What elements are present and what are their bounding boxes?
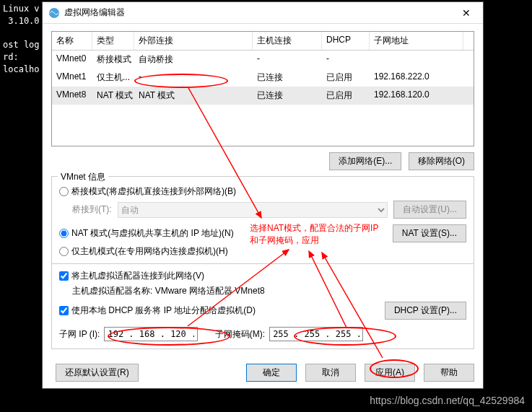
cell-host: 已连接 [253,88,322,103]
subnet-mask-input[interactable] [269,327,363,341]
connect-host-adapter-checkbox[interactable] [59,271,69,281]
cell-name: VMnet1 [52,70,92,85]
th-dhcp[interactable]: DHCP [322,32,370,50]
titlebar: 虚拟网络编辑器 ✕ [43,2,483,24]
bridge-to-label: 桥接到(T): [72,203,112,216]
table-row[interactable]: VMnet8NAT 模式NAT 模式已连接已启用192.168.120.0 [52,87,474,105]
th-name[interactable]: 名称 [52,32,92,50]
dialog-content: 名称 类型 外部连接 主机连接 DHCP 子网地址 VMnet0桥接模式自动桥接… [43,24,483,356]
cell-host: 已连接 [253,70,322,85]
connect-host-adapter-label: 将主机虚拟适配器连接到此网络(V) [71,270,204,282]
fieldset-legend: VMnet 信息 [58,171,108,183]
bridge-to-row: 桥接到(T): 自动 自动设置(U)... [72,201,466,219]
cancel-button[interactable]: 取消 [305,364,356,382]
cell-dhcp: 已启用 [322,88,370,103]
apply-button[interactable]: 应用(A) [365,364,415,382]
cell-ext: NAT 模式 [134,88,253,103]
use-dhcp-label: 使用本地 DHCP 服务将 IP 地址分配给虚拟机(D) [71,304,256,317]
subnet-row: 子网 IP (I): 子网掩码(M): [59,327,466,341]
bridge-mode-radio[interactable] [59,187,69,196]
app-icon [48,7,60,19]
connect-host-adapter-row[interactable]: 将主机虚拟适配器连接到此网络(V) [59,270,466,282]
hostonly-mode-radio[interactable] [59,247,69,256]
th-ext[interactable]: 外部连接 [134,32,253,50]
table-row[interactable]: VMnet0桥接模式自动桥接-- [52,51,474,69]
th-subnet[interactable]: 子网地址 [370,32,463,50]
cell-subnet [370,52,463,67]
cell-ext: 自动桥接 [134,52,253,67]
cell-type: 桥接模式 [92,52,134,67]
th-host[interactable]: 主机连接 [253,32,322,50]
restore-defaults-button[interactable]: 还原默认设置(R) [56,364,139,382]
nat-settings-button[interactable]: NAT 设置(S)... [393,224,466,242]
add-network-button[interactable]: 添加网络(E)... [329,152,401,170]
nat-mode-radio[interactable] [59,229,69,238]
dhcp-settings-button[interactable]: DHCP 设置(P)... [385,302,466,320]
use-dhcp-checkbox[interactable] [59,306,69,315]
separator [52,263,474,264]
subnet-ip-input[interactable] [104,327,198,341]
close-icon[interactable]: ✕ [455,7,477,19]
remove-network-button[interactable]: 移除网络(O) [409,152,474,170]
cell-dhcp: - [322,52,370,67]
cell-ext: - [134,70,253,85]
adapter-name-text: 主机虚拟适配器名称: VMware 网络适配器 VMnet8 [72,285,466,297]
hostonly-mode-radio-row[interactable]: 仅主机模式(在专用网络内连接虚拟机)(H) [59,245,466,258]
th-type[interactable]: 类型 [92,32,134,50]
subnet-mask-label: 子网掩码(M): [215,328,265,341]
dialog-buttons: 还原默认设置(R) 确定 取消 应用(A) 帮助 [43,356,483,389]
auto-settings-button: 自动设置(U)... [393,201,466,219]
ok-button[interactable]: 确定 [246,364,297,382]
bridge-mode-radio-row[interactable]: 桥接模式(将虚拟机直接连接到外部网络)(B) [59,185,466,198]
cell-name: VMnet0 [52,52,92,67]
cell-type: 仅主机... [92,70,134,85]
bridge-to-select: 自动 [118,202,388,218]
watermark: https://blog.csdn.net/qq_42529984 [370,395,525,406]
network-table[interactable]: 名称 类型 外部连接 主机连接 DHCP 子网地址 VMnet0桥接模式自动桥接… [51,31,474,146]
cell-type: NAT 模式 [92,88,134,103]
use-dhcp-row[interactable]: 使用本地 DHCP 服务将 IP 地址分配给虚拟机(D) DHCP 设置(P).… [59,302,466,320]
table-buttons: 添加网络(E)... 移除网络(O) [51,152,474,170]
bridge-mode-label: 桥接模式(将虚拟机直接连接到外部网络)(B) [71,185,236,198]
cell-host: - [253,52,322,67]
table-header: 名称 类型 外部连接 主机连接 DHCP 子网地址 [52,32,474,51]
virtual-network-editor-dialog: 虚拟网络编辑器 ✕ 名称 类型 外部连接 主机连接 DHCP 子网地址 VMne… [42,1,484,389]
dialog-title: 虚拟网络编辑器 [64,6,455,19]
nat-mode-label: NAT 模式(与虚拟机共享主机的 IP 地址)(N) [71,227,234,240]
cell-dhcp: 已启用 [322,70,370,85]
terminal-background: Linux v 3.10.0 ost log rd: localho [0,0,43,79]
help-button[interactable]: 帮助 [424,364,474,382]
nat-mode-radio-row[interactable]: NAT 模式(与虚拟机共享主机的 IP 地址)(N) NAT 设置(S)... [59,224,466,242]
cell-subnet: 192.168.222.0 [370,70,463,85]
cell-name: VMnet8 [52,88,92,103]
subnet-ip-label: 子网 IP (I): [59,328,100,341]
vmnet-info-fieldset: VMnet 信息 桥接模式(将虚拟机直接连接到外部网络)(B) 桥接到(T): … [51,176,474,349]
hostonly-mode-label: 仅主机模式(在专用网络内连接虚拟机)(H) [71,245,228,258]
table-row[interactable]: VMnet1仅主机...-已连接已启用192.168.222.0 [52,69,474,87]
cell-subnet: 192.168.120.0 [370,88,463,103]
